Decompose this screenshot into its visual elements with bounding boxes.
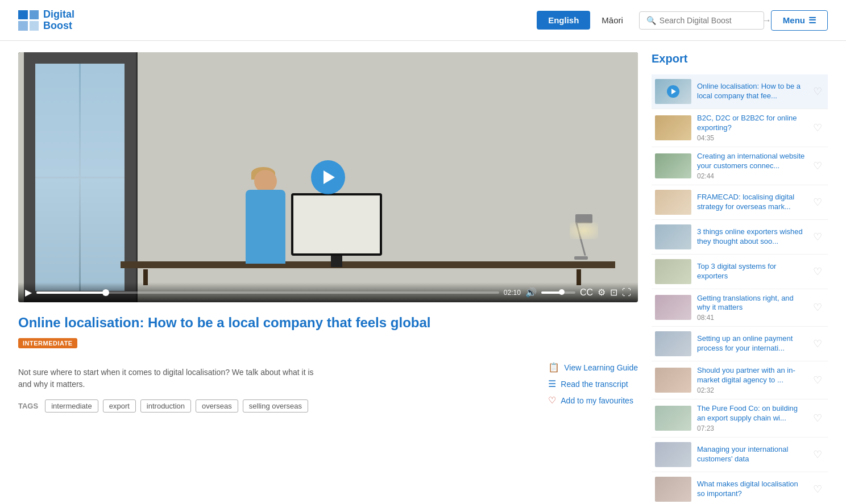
mute-button[interactable]: 🔊 xyxy=(525,287,537,298)
tags-label: TAGS xyxy=(18,402,38,410)
favourite-button[interactable]: ♡ xyxy=(811,120,824,135)
item-title: Online localisation: How to be a local c… xyxy=(697,82,805,101)
thumb-wrap xyxy=(655,190,691,215)
favourite-button[interactable]: ♡ xyxy=(811,159,824,173)
play-triangle-icon xyxy=(324,170,335,184)
settings-button[interactable]: ⚙ xyxy=(598,287,606,298)
tag-selling-overseas[interactable]: selling overseas xyxy=(243,399,308,413)
favourite-button[interactable]: ♡ xyxy=(811,264,824,279)
playlist-item[interactable]: 3 things online exporters wished they th… xyxy=(652,220,828,255)
item-title: 3 things online exporters wished they th… xyxy=(697,227,805,247)
transcript-icon: ☰ xyxy=(548,378,556,389)
thumb-wrap xyxy=(655,295,691,320)
video-thumbnail xyxy=(655,442,691,467)
item-info: The Pure Food Co: on building an export … xyxy=(697,404,805,432)
favourite-button[interactable]: ♡ xyxy=(811,447,824,462)
favourite-button[interactable]: ♡ xyxy=(811,84,824,99)
monitor xyxy=(291,193,382,256)
progress-bar[interactable] xyxy=(36,291,499,294)
add-to-favourites-link[interactable]: ♡ Add to my favourites xyxy=(548,395,638,406)
video-description: Not sure where to start when it comes to… xyxy=(18,366,325,390)
item-info: Setting up an online payment process for… xyxy=(697,334,805,353)
item-duration: 02:44 xyxy=(697,172,805,180)
thumb-wrap xyxy=(655,224,691,249)
tag-introduction[interactable]: introduction xyxy=(140,399,191,413)
item-info: Top 3 digital systems for exporters xyxy=(697,262,805,281)
item-title: Setting up an online payment process for… xyxy=(697,334,805,353)
favourite-button[interactable]: ♡ xyxy=(811,373,824,388)
captions-button[interactable]: CC xyxy=(580,288,593,298)
favourite-button[interactable]: ♡ xyxy=(811,195,824,210)
lamp-glow xyxy=(570,222,598,239)
video-controls: ▶ 02:10 🔊 CC ⚙ ⊡ ⛶ xyxy=(18,282,638,302)
favourite-button[interactable]: ♡ xyxy=(811,411,824,426)
video-title: Online localisation: How to be a local c… xyxy=(18,314,638,331)
video-thumbnail xyxy=(655,153,691,178)
read-transcript-link[interactable]: ☰ Read the transcript xyxy=(548,378,638,389)
tag-export[interactable]: export xyxy=(103,399,136,413)
thumb-wrap xyxy=(655,477,691,502)
video-thumbnail xyxy=(655,224,691,249)
item-title: Creating an international website your c… xyxy=(697,152,805,171)
item-duration: 08:41 xyxy=(697,314,805,322)
item-title: B2C, D2C or B2B2C for online exporting? xyxy=(697,114,805,133)
main-content: ▶ 02:10 🔊 CC ⚙ ⊡ ⛶ Online localisation: … xyxy=(0,41,846,504)
play-button[interactable] xyxy=(311,160,345,194)
lower-area: Not sure where to start when it comes to… xyxy=(18,360,638,413)
thumb-wrap xyxy=(655,79,691,104)
view-learning-guide-link[interactable]: 📋 View Learning Guide xyxy=(548,362,638,373)
person-body xyxy=(246,190,285,264)
playlist-item[interactable]: B2C, D2C or B2B2C for online exporting? … xyxy=(652,109,828,147)
popout-button[interactable]: ⊡ xyxy=(610,287,617,298)
logo-text: Digital Boost xyxy=(43,9,74,32)
window-pane xyxy=(35,64,125,291)
menu-label: Menu xyxy=(783,15,805,25)
search-input[interactable] xyxy=(660,16,759,25)
logo-digital: Digital xyxy=(43,9,74,20)
english-lang-button[interactable]: English xyxy=(537,11,590,30)
progress-fill xyxy=(36,291,106,294)
fullscreen-button[interactable]: ⛶ xyxy=(622,288,631,298)
search-arrow-icon: → xyxy=(762,15,772,26)
item-title: Managing your international customers' d… xyxy=(697,445,805,464)
person-head xyxy=(254,170,277,193)
volume-bar[interactable] xyxy=(541,291,575,294)
thumb-wrap xyxy=(655,368,691,393)
playlist-item[interactable]: FRAMECAD: localising digital strategy fo… xyxy=(652,185,828,220)
lower-left: Not sure where to start when it comes to… xyxy=(18,360,525,413)
playing-triangle-icon xyxy=(671,89,676,94)
video-thumbnail xyxy=(655,406,691,431)
play-pause-button[interactable]: ▶ xyxy=(25,287,32,298)
item-duration: 07:23 xyxy=(697,424,805,432)
search-box: 🔍 → xyxy=(639,11,764,30)
time-display: 02:10 xyxy=(504,289,521,297)
playlist-item[interactable]: Setting up an online payment process for… xyxy=(652,327,828,361)
playlist-item[interactable]: Should you partner with an in-market dig… xyxy=(652,361,828,399)
lamp xyxy=(570,214,592,260)
maori-lang-button[interactable]: Māori xyxy=(595,11,630,30)
tag-intermediate[interactable]: intermediate xyxy=(45,399,98,413)
menu-button[interactable]: Menu ☰ xyxy=(771,10,828,31)
playlist-item[interactable]: Getting translations right, and why it m… xyxy=(652,289,828,327)
favourite-button[interactable]: ♡ xyxy=(811,230,824,244)
video-section: ▶ 02:10 🔊 CC ⚙ ⊡ ⛶ Online localisation: … xyxy=(18,52,638,504)
favourite-button[interactable]: ♡ xyxy=(811,336,824,351)
playlist-item[interactable]: Creating an international website your c… xyxy=(652,147,828,185)
monitor-screen xyxy=(293,195,380,253)
playlist: Online localisation: How to be a local c… xyxy=(652,74,828,504)
tags-row: TAGS intermediate export introduction ov… xyxy=(18,399,525,413)
playlist-item[interactable]: Top 3 digital systems for exporters ♡ xyxy=(652,255,828,289)
item-title: What makes digital localisation so impor… xyxy=(697,480,805,499)
favourite-button[interactable]: ♡ xyxy=(811,300,824,315)
playlist-item[interactable]: The Pure Food Co: on building an export … xyxy=(652,399,828,438)
playlist-item[interactable]: Managing your international customers' d… xyxy=(652,438,828,472)
heart-icon: ♡ xyxy=(548,395,556,406)
item-title: Should you partner with an in-market dig… xyxy=(697,366,805,385)
tag-overseas[interactable]: overseas xyxy=(196,399,238,413)
playlist-item[interactable]: Online localisation: How to be a local c… xyxy=(652,74,828,109)
item-info: Creating an international website your c… xyxy=(697,152,805,180)
favourite-button[interactable]: ♡ xyxy=(811,482,824,497)
playlist-item[interactable]: What makes digital localisation so impor… xyxy=(652,472,828,504)
favourite-label: Add to my favourites xyxy=(561,396,633,405)
video-thumbnail xyxy=(655,295,691,320)
